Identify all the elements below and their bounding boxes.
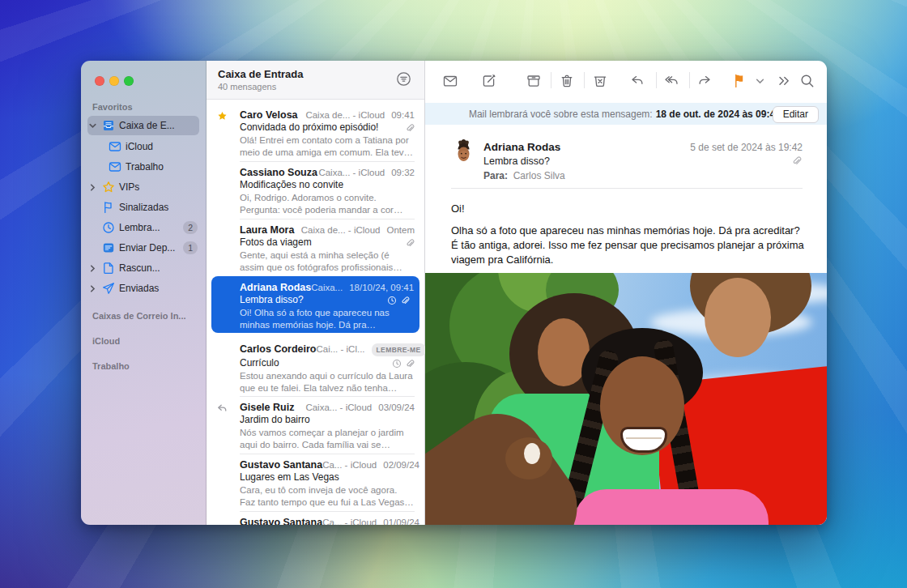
mailbox-label: Caixa... - iCloud	[318, 167, 385, 178]
mailbox-label: Cai... - iCl...	[316, 343, 364, 356]
sidebar-item-drafts[interactable]: Rascun...	[81, 258, 207, 278]
forward-icon[interactable]	[696, 73, 713, 89]
paperclip-icon	[405, 123, 415, 133]
vip-star-icon	[217, 111, 228, 121]
sidebar-item-send-later[interactable]: Enviar Dep... 1	[81, 238, 207, 258]
message-time: Ontem	[386, 224, 415, 236]
message-time: 09:32	[391, 167, 415, 178]
toolbar-separator	[584, 72, 585, 88]
section-header-inteligentes[interactable]: Caixas de Correio In...	[92, 311, 186, 321]
reminder-banner: Mail lembrará você sobre esta mensagem: …	[425, 103, 827, 125]
mailbox-label: Ca... - iCloud	[322, 459, 377, 471]
favorites-section-header: Favoritos	[92, 102, 133, 112]
toolbar-separator	[689, 72, 690, 88]
mailbox-label: Caixa de... - iCloud	[301, 224, 381, 236]
paperclip-icon[interactable]	[791, 156, 802, 166]
flag-icon	[102, 201, 115, 214]
sidebar-item-label: Caixa de E...	[119, 120, 175, 131]
list-item[interactable]: Caro Velosa Caixa de... - iCloud09:41 Co…	[207, 104, 424, 161]
reply-icon[interactable]	[629, 73, 645, 89]
sidebar-item-flagged[interactable]: Sinalizadas	[81, 198, 207, 217]
search-icon[interactable]	[799, 73, 815, 89]
get-mail-icon[interactable]	[442, 73, 458, 89]
photo-fingernail	[524, 443, 540, 464]
chevron-down-icon[interactable]	[89, 122, 96, 130]
body-paragraph: Olha só a foto que apareceu nas minhas m…	[451, 224, 809, 267]
reminder-banner-datetime: 18 de out. de 2024 às 09:41.	[656, 109, 783, 120]
message-list: Caixa de Entrada 40 mensagens Caro Velos…	[207, 61, 425, 525]
toolbar-separator	[656, 72, 657, 88]
mailbox-label: Caixa...	[311, 282, 343, 293]
sidebar-item-label: Trabalho	[126, 161, 164, 173]
list-item[interactable]: Carlos Cordeiro Cai... - iCl...LEMBRE-ME…	[207, 338, 424, 395]
sidebar-item-vips[interactable]: VIPs	[81, 177, 207, 197]
chevron-right-icon[interactable]	[89, 265, 96, 272]
list-item-selected[interactable]: Adriana Rodas Caixa...18/10/24, 09:41 Le…	[211, 276, 419, 333]
sidebar-item-inbox[interactable]: Caixa de E...	[81, 116, 207, 135]
sidebar-item-label: Sinalizadas	[119, 202, 168, 213]
mailbox-label: Caixa de... - iCloud	[305, 109, 385, 121]
more-icon[interactable]	[776, 73, 792, 89]
sender-avatar[interactable]	[451, 138, 476, 164]
paper-plane-icon	[102, 282, 115, 295]
clock-icon	[102, 221, 115, 234]
photo-person-shirt-pink	[574, 489, 769, 525]
section-header-icloud[interactable]: iCloud	[92, 336, 120, 346]
chevron-right-icon[interactable]	[89, 285, 96, 292]
message-time: 02/09/24	[383, 459, 419, 471]
sidebar-item-label: Enviadas	[119, 283, 159, 294]
sidebar-item-label: VIPs	[119, 181, 139, 193]
compose-icon[interactable]	[481, 73, 497, 89]
flag-icon[interactable]	[731, 73, 747, 89]
trash-icon[interactable]	[559, 73, 575, 89]
list-item[interactable]: Cassiano Souza Caixa... - iCloud09:32 Mo…	[207, 161, 424, 219]
star-icon	[102, 181, 115, 194]
reply-all-icon[interactable]	[663, 73, 679, 89]
message-date: 5 de set de 2024 às 19:42	[690, 142, 803, 153]
sidebar-item-trabalho-inbox[interactable]: Trabalho	[81, 157, 207, 177]
mailbox-label: Caixa... - iCloud	[305, 402, 372, 413]
chevron-right-icon[interactable]	[89, 184, 96, 191]
list-item[interactable]: Gisele Ruiz Caixa... - iCloud03/09/24 Ja…	[207, 396, 424, 454]
message-sender[interactable]: Adriana Rodas	[483, 141, 560, 153]
photo-smile	[620, 427, 667, 453]
section-header-trabalho[interactable]: Trabalho	[92, 361, 130, 371]
remind-me-badge: LEMBRE-ME	[372, 343, 426, 356]
message-count: 40 mensagens	[218, 82, 276, 92]
sidebar-item-label: Enviar Dep...	[119, 242, 175, 254]
message-time: 09:41	[391, 109, 415, 121]
mailbox-label: Ca... - iCloud	[322, 517, 377, 525]
message-time: 18/10/24, 09:41	[349, 282, 414, 293]
message-subject: Lembra disso?	[483, 156, 550, 167]
junk-icon[interactable]	[592, 73, 608, 89]
sidebar-item-remind-me[interactable]: Lembra... 2	[81, 218, 207, 237]
envelope-icon	[109, 140, 121, 153]
sidebar-item-label: Lembra...	[119, 222, 160, 233]
list-item[interactable]: Laura Mora Caixa de... - iCloudOntem Fot…	[207, 219, 424, 276]
zoom-window-button[interactable]	[124, 76, 134, 86]
message-list-header: Caixa de Entrada 40 mensagens	[207, 61, 424, 100]
mail-window: Favoritos Caixa de E... iCloud Trabalho …	[81, 61, 827, 525]
flag-menu-chevron-icon[interactable]	[756, 77, 764, 86]
header-divider	[451, 188, 803, 189]
attachment-photo[interactable]	[425, 273, 827, 525]
edit-reminder-button[interactable]: Editar	[773, 106, 819, 123]
sidebar-item-label: Rascun...	[119, 262, 160, 274]
archive-icon[interactable]	[526, 73, 542, 89]
sidebar-item-sent[interactable]: Enviadas	[81, 279, 207, 298]
reminder-clock-icon	[387, 296, 397, 305]
paperclip-icon	[400, 296, 410, 305]
list-item[interactable]: Gustavo Santana Ca... - iCloud02/09/24 L…	[207, 454, 424, 511]
body-paragraph: Oi!	[451, 202, 809, 216]
reminder-banner-text: Mail lembrará você sobre esta mensagem:	[469, 109, 653, 120]
unread-badge: 2	[183, 221, 198, 234]
filter-icon[interactable]	[396, 71, 411, 87]
inbox-icon	[102, 119, 115, 132]
sidebar-item-label: iCloud	[126, 141, 153, 152]
message-time: 01/09/24	[383, 517, 419, 525]
list-item[interactable]: Gustavo Santana Ca... - iCloud01/09/24	[207, 511, 424, 525]
close-window-button[interactable]	[95, 76, 104, 86]
sidebar: Favoritos Caixa de E... iCloud Trabalho …	[81, 61, 207, 525]
sidebar-item-icloud-inbox[interactable]: iCloud	[81, 137, 207, 156]
minimize-window-button[interactable]	[109, 76, 119, 86]
